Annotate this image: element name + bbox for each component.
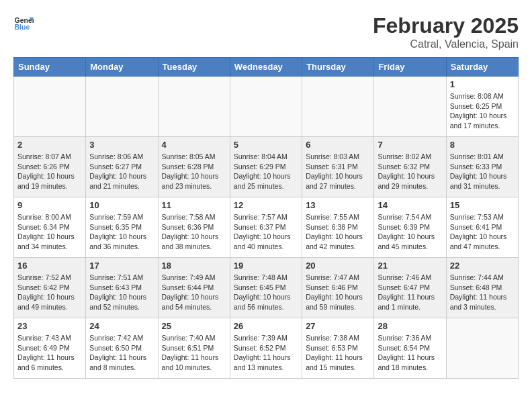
header-saturday: Saturday	[446, 58, 518, 77]
main-title: February 2025	[373, 13, 519, 38]
calendar-week-3: 9Sunrise: 8:00 AM Sunset: 6:34 PM Daylig…	[14, 197, 519, 258]
day-info: Sunrise: 7:38 AM Sunset: 6:53 PM Dayligh…	[306, 333, 370, 373]
day-number: 13	[306, 200, 370, 210]
day-info: Sunrise: 7:55 AM Sunset: 6:38 PM Dayligh…	[306, 212, 370, 252]
day-number: 24	[89, 321, 154, 331]
calendar-week-4: 16Sunrise: 7:52 AM Sunset: 6:42 PM Dayli…	[14, 258, 519, 318]
calendar-cell	[14, 77, 86, 137]
day-number: 14	[378, 200, 442, 210]
header-tuesday: Tuesday	[158, 58, 230, 77]
header-wednesday: Wednesday	[230, 58, 302, 77]
svg-text:Blue: Blue	[15, 23, 30, 31]
calendar-header-row: SundayMondayTuesdayWednesdayThursdayFrid…	[14, 58, 519, 77]
calendar-cell: 3Sunrise: 8:06 AM Sunset: 6:27 PM Daylig…	[86, 137, 158, 197]
calendar-cell: 8Sunrise: 8:01 AM Sunset: 6:33 PM Daylig…	[446, 137, 518, 197]
day-info: Sunrise: 7:48 AM Sunset: 6:45 PM Dayligh…	[234, 273, 298, 312]
day-info: Sunrise: 7:44 AM Sunset: 6:48 PM Dayligh…	[450, 273, 515, 312]
header-sunday: Sunday	[14, 58, 86, 77]
day-number: 25	[162, 321, 226, 331]
day-number: 22	[450, 261, 515, 271]
calendar-cell: 27Sunrise: 7:38 AM Sunset: 6:53 PM Dayli…	[302, 318, 374, 379]
day-number: 17	[89, 261, 154, 271]
day-info: Sunrise: 8:02 AM Sunset: 6:32 PM Dayligh…	[378, 152, 442, 191]
calendar-cell: 21Sunrise: 7:46 AM Sunset: 6:47 PM Dayli…	[374, 258, 446, 318]
title-area: February 2025 Catral, Valencia, Spain	[373, 13, 519, 50]
day-number: 26	[234, 321, 298, 331]
calendar-cell: 15Sunrise: 7:53 AM Sunset: 6:41 PM Dayli…	[446, 197, 518, 258]
day-number: 11	[162, 200, 226, 210]
day-info: Sunrise: 7:54 AM Sunset: 6:39 PM Dayligh…	[378, 212, 442, 252]
day-number: 16	[17, 261, 82, 271]
day-number: 12	[234, 200, 298, 210]
calendar-cell: 13Sunrise: 7:55 AM Sunset: 6:38 PM Dayli…	[302, 197, 374, 258]
calendar-cell: 6Sunrise: 8:03 AM Sunset: 6:31 PM Daylig…	[302, 137, 374, 197]
day-info: Sunrise: 7:53 AM Sunset: 6:41 PM Dayligh…	[450, 212, 515, 252]
day-info: Sunrise: 8:05 AM Sunset: 6:28 PM Dayligh…	[162, 152, 226, 191]
day-info: Sunrise: 8:00 AM Sunset: 6:34 PM Dayligh…	[17, 212, 82, 252]
calendar-cell: 22Sunrise: 7:44 AM Sunset: 6:48 PM Dayli…	[446, 258, 518, 318]
calendar-cell: 2Sunrise: 8:07 AM Sunset: 6:26 PM Daylig…	[14, 137, 86, 197]
calendar-week-5: 23Sunrise: 7:43 AM Sunset: 6:49 PM Dayli…	[14, 318, 519, 379]
day-info: Sunrise: 7:47 AM Sunset: 6:46 PM Dayligh…	[306, 273, 370, 312]
day-info: Sunrise: 7:36 AM Sunset: 6:54 PM Dayligh…	[378, 333, 442, 373]
day-number: 15	[450, 200, 515, 210]
calendar-cell	[86, 77, 158, 137]
logo-icon: General Blue	[13, 13, 34, 34]
calendar-cell: 14Sunrise: 7:54 AM Sunset: 6:39 PM Dayli…	[374, 197, 446, 258]
day-info: Sunrise: 7:46 AM Sunset: 6:47 PM Dayligh…	[378, 273, 442, 312]
calendar-week-2: 2Sunrise: 8:07 AM Sunset: 6:26 PM Daylig…	[14, 137, 519, 197]
day-info: Sunrise: 7:58 AM Sunset: 6:36 PM Dayligh…	[162, 212, 226, 252]
day-number: 18	[162, 261, 226, 271]
calendar-cell: 10Sunrise: 7:59 AM Sunset: 6:35 PM Dayli…	[86, 197, 158, 258]
day-number: 6	[306, 140, 370, 150]
calendar-cell: 1Sunrise: 8:08 AM Sunset: 6:25 PM Daylig…	[446, 77, 518, 137]
day-number: 1	[450, 79, 515, 89]
calendar-cell: 17Sunrise: 7:51 AM Sunset: 6:43 PM Dayli…	[86, 258, 158, 318]
day-number: 21	[378, 261, 442, 271]
calendar-cell: 25Sunrise: 7:40 AM Sunset: 6:51 PM Dayli…	[158, 318, 230, 379]
day-number: 20	[306, 261, 370, 271]
day-info: Sunrise: 8:01 AM Sunset: 6:33 PM Dayligh…	[450, 152, 515, 191]
header: General Blue February 2025 Catral, Valen…	[13, 13, 519, 50]
calendar-cell: 19Sunrise: 7:48 AM Sunset: 6:45 PM Dayli…	[230, 258, 302, 318]
day-info: Sunrise: 8:07 AM Sunset: 6:26 PM Dayligh…	[17, 152, 82, 191]
logo: General Blue	[13, 13, 34, 34]
calendar-cell	[158, 77, 230, 137]
calendar-cell: 5Sunrise: 8:04 AM Sunset: 6:29 PM Daylig…	[230, 137, 302, 197]
day-number: 8	[450, 140, 515, 150]
header-thursday: Thursday	[302, 58, 374, 77]
day-info: Sunrise: 7:43 AM Sunset: 6:49 PM Dayligh…	[17, 333, 82, 373]
calendar-cell: 28Sunrise: 7:36 AM Sunset: 6:54 PM Dayli…	[374, 318, 446, 379]
calendar: SundayMondayTuesdayWednesdayThursdayFrid…	[13, 57, 519, 379]
day-number: 19	[234, 261, 298, 271]
day-number: 7	[378, 140, 442, 150]
calendar-cell: 4Sunrise: 8:05 AM Sunset: 6:28 PM Daylig…	[158, 137, 230, 197]
day-number: 27	[306, 321, 370, 331]
header-friday: Friday	[374, 58, 446, 77]
day-number: 10	[89, 200, 154, 210]
calendar-cell	[446, 318, 518, 379]
calendar-cell: 7Sunrise: 8:02 AM Sunset: 6:32 PM Daylig…	[374, 137, 446, 197]
calendar-week-1: 1Sunrise: 8:08 AM Sunset: 6:25 PM Daylig…	[14, 77, 519, 137]
day-number: 5	[234, 140, 298, 150]
day-info: Sunrise: 7:57 AM Sunset: 6:37 PM Dayligh…	[234, 212, 298, 252]
day-number: 28	[378, 321, 442, 331]
calendar-cell	[374, 77, 446, 137]
day-info: Sunrise: 7:52 AM Sunset: 6:42 PM Dayligh…	[17, 273, 82, 312]
calendar-cell	[230, 77, 302, 137]
day-info: Sunrise: 8:06 AM Sunset: 6:27 PM Dayligh…	[89, 152, 154, 191]
calendar-cell: 23Sunrise: 7:43 AM Sunset: 6:49 PM Dayli…	[14, 318, 86, 379]
day-info: Sunrise: 7:49 AM Sunset: 6:44 PM Dayligh…	[162, 273, 226, 312]
day-info: Sunrise: 8:04 AM Sunset: 6:29 PM Dayligh…	[234, 152, 298, 191]
calendar-cell: 12Sunrise: 7:57 AM Sunset: 6:37 PM Dayli…	[230, 197, 302, 258]
day-number: 3	[89, 140, 154, 150]
day-number: 9	[17, 200, 82, 210]
day-info: Sunrise: 8:03 AM Sunset: 6:31 PM Dayligh…	[306, 152, 370, 191]
day-number: 2	[17, 140, 82, 150]
day-info: Sunrise: 7:42 AM Sunset: 6:50 PM Dayligh…	[89, 333, 154, 373]
calendar-cell: 26Sunrise: 7:39 AM Sunset: 6:52 PM Dayli…	[230, 318, 302, 379]
day-info: Sunrise: 7:59 AM Sunset: 6:35 PM Dayligh…	[89, 212, 154, 252]
day-info: Sunrise: 8:08 AM Sunset: 6:25 PM Dayligh…	[450, 91, 515, 131]
calendar-cell: 24Sunrise: 7:42 AM Sunset: 6:50 PM Dayli…	[86, 318, 158, 379]
day-number: 23	[17, 321, 82, 331]
